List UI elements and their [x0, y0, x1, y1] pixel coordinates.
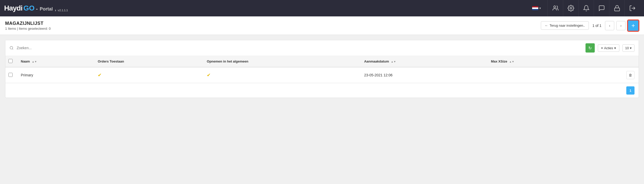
actions-chevron-icon: ▾	[614, 46, 616, 50]
notifications-nav-button[interactable]	[578, 0, 594, 16]
logout-nav-button[interactable]	[625, 0, 640, 16]
row-checkbox-cell	[5, 67, 17, 83]
refresh-button[interactable]: ↻	[586, 43, 595, 53]
chevron-down-icon: ▾	[539, 6, 541, 10]
col-actions	[587, 56, 639, 67]
messages-nav-button[interactable]	[594, 0, 609, 16]
sort-naam-icon: ▲▼	[32, 60, 37, 63]
table-row: Primary ✔ ✔ 23-05-2021 12:06 🗑	[5, 67, 639, 83]
brand-logo: HaydiGO - Portal, v2.1.1.1	[4, 4, 68, 12]
per-page-button[interactable]: 10 ▾	[622, 44, 635, 52]
brand-version: v2.1.1.1	[58, 9, 68, 12]
search-bar: ↻ ≡ Acties ▾ 10 ▾	[5, 40, 639, 56]
brand-haydi: Haydi	[4, 4, 22, 12]
col-naam: Naam ▲▼	[17, 56, 94, 67]
next-page-button[interactable]: ›	[616, 21, 626, 30]
row-max-xsize	[487, 67, 587, 83]
table-header-row: Naam ▲▼ Orders Toestaan Opnemen in het a…	[5, 56, 639, 67]
chevron-right-icon: ›	[620, 24, 622, 28]
back-button-label: Terug naar instellingen..	[550, 24, 585, 27]
prev-page-button[interactable]: ‹	[605, 21, 614, 30]
list-footer: 1	[5, 83, 639, 98]
refresh-icon: ↻	[588, 46, 592, 50]
back-arrow-icon: ←	[545, 24, 548, 27]
check-orders-icon: ✔	[98, 73, 102, 78]
per-page-value: 10	[625, 46, 629, 50]
row-opnemen: ✔	[203, 67, 360, 83]
check-opnemen-icon: ✔	[207, 73, 211, 78]
back-button[interactable]: ← Terug naar instellingen..	[541, 21, 589, 30]
row-delete-cell: 🗑	[587, 67, 639, 83]
pagination-separator: of	[596, 24, 600, 28]
row-orders-toestaan: ✔	[94, 67, 203, 83]
row-naam: Primary	[17, 67, 94, 83]
search-icon	[9, 46, 14, 50]
col-max-xsize: Max XSize ▲▼	[487, 56, 587, 67]
flag-nl-icon	[532, 6, 538, 10]
page-title: MAGAZIJNLIJST	[5, 21, 537, 26]
actions-button[interactable]: ≡ Acties ▾	[598, 44, 619, 52]
select-all-header	[5, 56, 17, 67]
navbar-icons	[548, 0, 640, 16]
brand-go: GO	[23, 4, 35, 12]
search-input[interactable]	[17, 46, 582, 50]
sort-date-icon: ▲▼	[391, 60, 396, 63]
per-page-chevron-icon: ▾	[630, 46, 632, 50]
row-aanmaakdatum: 23-05-2021 12:06	[360, 67, 487, 83]
row-checkbox[interactable]	[8, 73, 13, 77]
users-nav-button[interactable]	[548, 0, 563, 16]
page-header-actions: ← Terug naar instellingen.. 1 of 1 ‹ › +	[541, 20, 639, 31]
settings-nav-button[interactable]	[563, 0, 578, 16]
page-header-left: MAGAZIJNLIJST 1 Items | Items geselectee…	[5, 21, 537, 30]
col-orders-toestaan: Orders Toestaan	[94, 56, 203, 67]
svg-line-5	[12, 49, 13, 49]
list-icon: ≡	[601, 46, 603, 50]
content-area: ↻ ≡ Acties ▾ 10 ▾ Naam	[0, 35, 644, 103]
select-all-checkbox[interactable]	[8, 59, 13, 63]
svg-rect-2	[614, 8, 620, 11]
delete-row-button[interactable]: 🗑	[626, 71, 635, 79]
data-table: Naam ▲▼ Orders Toestaan Opnemen in het a…	[5, 56, 639, 83]
actions-label: Acties	[604, 46, 613, 50]
navbar: HaydiGO - Portal, v2.1.1.1 ▾	[0, 0, 644, 16]
page-subtitle: 1 Items | Items geselecteerd: 0	[5, 27, 537, 30]
page-1-button[interactable]: 1	[626, 86, 635, 95]
svg-point-0	[553, 6, 555, 8]
brand-comma: ,	[55, 6, 56, 12]
chevron-left-icon: ‹	[609, 24, 610, 28]
lock-nav-button[interactable]	[609, 0, 625, 16]
list-panel: ↻ ≡ Acties ▾ 10 ▾ Naam	[5, 40, 639, 98]
col-opnemen: Opnemen in het algemeen	[203, 56, 360, 67]
brand-portal: Portal	[40, 6, 53, 12]
page-header: MAGAZIJNLIJST 1 Items | Items geselectee…	[0, 16, 644, 35]
svg-point-4	[10, 46, 13, 49]
sort-xsize-icon: ▲▼	[509, 60, 514, 63]
svg-point-1	[570, 7, 572, 9]
items-count: 1 Items	[5, 27, 16, 30]
items-selected: Items geselecteerd: 0	[19, 27, 51, 30]
pagination-current: 1	[592, 24, 594, 28]
language-selector[interactable]: ▾	[530, 5, 543, 12]
add-button[interactable]: +	[628, 20, 639, 31]
trash-icon: 🗑	[629, 73, 632, 77]
pagination-total: 1	[599, 24, 601, 28]
col-aanmaakdatum: Aanmaakdatum ▲▼	[360, 56, 487, 67]
pagination-info: 1 of 1	[591, 24, 603, 28]
brand-separator: -	[36, 6, 38, 12]
